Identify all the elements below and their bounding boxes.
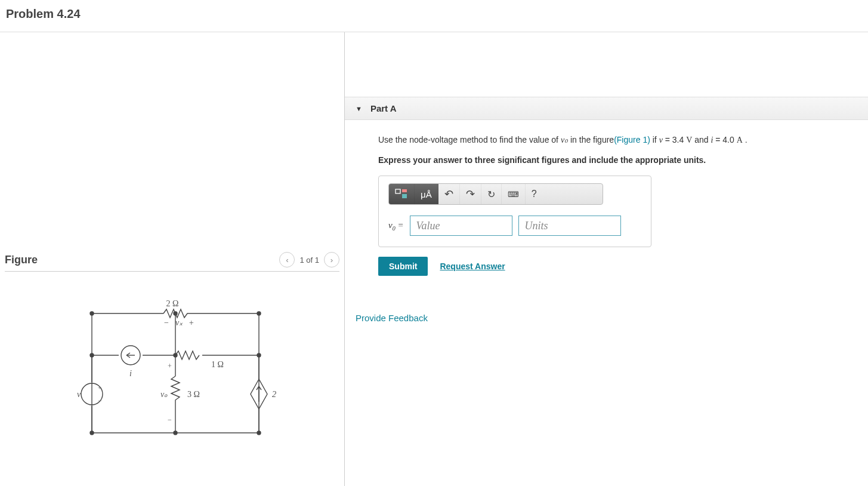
reset-icon: ↻ [487,189,495,200]
reset-button[interactable]: ↻ [481,184,502,204]
action-row: Submit Request Answer [378,257,844,276]
figure-header: Figure ‹ 1 of 1 › [5,252,339,272]
part-a-header[interactable]: ▼ Part A [345,97,868,120]
redo-button[interactable]: ↷ [460,184,481,204]
answer-box: μÅ ↶ ↷ ↻ ⌨ ? v0 = [378,176,651,247]
figure-prev-button[interactable]: ‹ [279,252,295,267]
svg-text:2vₓ: 2vₓ [272,390,277,399]
svg-text:−: − [98,397,101,404]
chevron-right-icon: › [330,256,333,264]
left-pane: Figure ‹ 1 of 1 › [0,32,345,486]
undo-button[interactable]: ↶ [438,184,460,204]
collapse-icon: ▼ [356,105,362,112]
answer-eq-label: v0 = [388,220,404,232]
answer-toolbar: μÅ ↶ ↷ ↻ ⌨ ? [388,183,603,205]
help-icon: ? [532,189,537,199]
submit-button[interactable]: Submit [378,257,428,276]
circuit-diagram: 2 Ω − vₓ + 1 Ω i v + − + vₒ 3 Ω − 2vₓ [5,296,339,453]
circuit-svg: 2 Ω − vₓ + 1 Ω i v + − + vₒ 3 Ω − 2vₓ [68,296,277,451]
svg-text:−: − [163,318,169,327]
units-button[interactable]: μÅ [415,184,438,204]
templates-icon [395,189,408,199]
figure-link[interactable]: (Figure 1) [614,135,650,144]
undo-icon: ↶ [444,187,453,201]
figure-nav-text: 1 of 1 [299,256,319,264]
units-input[interactable] [518,216,621,236]
keyboard-icon: ⌨ [508,190,519,199]
svg-rect-25 [396,189,400,193]
svg-text:vₒ: vₒ [160,390,168,399]
svg-text:1 Ω: 1 Ω [211,360,224,369]
svg-rect-26 [402,189,407,192]
answer-input-row: v0 = [388,216,641,236]
svg-text:+: + [168,362,172,370]
svg-text:+: + [98,384,101,391]
svg-text:2 Ω: 2 Ω [166,299,178,308]
redo-icon: ↷ [466,187,475,201]
svg-text:3 Ω: 3 Ω [187,390,200,399]
svg-text:v: v [76,390,81,399]
svg-point-7 [90,312,94,315]
problem-header: Problem 4.24 [0,0,868,32]
templates-button[interactable] [389,184,415,204]
value-input[interactable] [410,216,512,236]
svg-text:vₓ: vₓ [175,318,183,327]
svg-point-8 [257,312,261,315]
help-button[interactable]: ? [526,184,543,204]
right-pane: ▼ Part A Use the node-voltage method to … [345,32,868,486]
chevron-left-icon: ‹ [286,256,288,264]
svg-text:i: i [129,369,132,378]
part-a-body: Use the node-voltage method to find the … [345,120,868,282]
svg-text:−: − [168,416,172,424]
express-instruction: Express your answer to three significant… [378,155,844,165]
prompt-text: Use the node-voltage method to find the … [378,133,844,147]
figure-label: Figure [5,254,38,266]
provide-feedback-link[interactable]: Provide Feedback [356,313,868,323]
request-answer-link[interactable]: Request Answer [440,262,505,271]
svg-rect-27 [402,194,407,198]
figure-nav: ‹ 1 of 1 › [279,252,339,267]
problem-title: Problem 4.24 [6,7,862,21]
svg-text:+: + [189,318,194,327]
main-layout: Figure ‹ 1 of 1 › [0,32,868,486]
part-label: Part A [370,103,397,113]
figure-next-button[interactable]: › [324,252,339,267]
keyboard-button[interactable]: ⌨ [502,184,526,204]
